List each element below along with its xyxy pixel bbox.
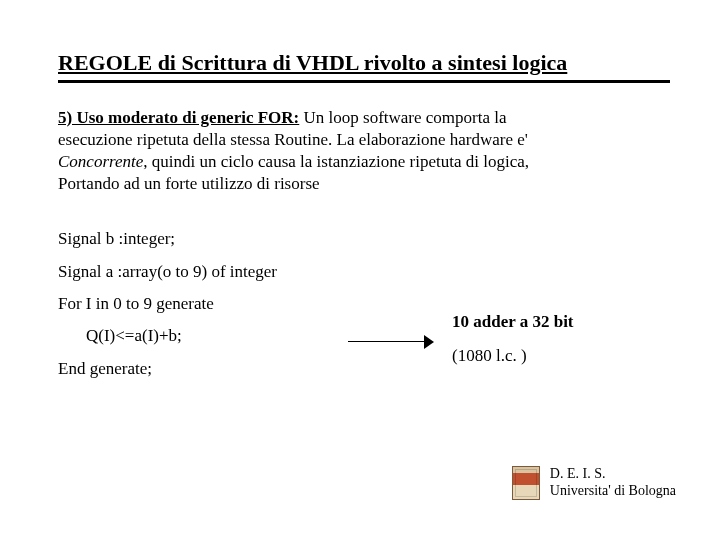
rule-heading: 5) Uso moderato di generic FOR: bbox=[58, 108, 299, 127]
university-crest-icon bbox=[512, 466, 540, 500]
footer: D. E. I. S. Universita' di Bologna bbox=[512, 466, 676, 500]
para-text-3: , quindi un ciclo causa la istanziazione… bbox=[143, 152, 529, 171]
slide-content: REGOLE di Scrittura di VHDL rivolto a si… bbox=[0, 0, 720, 385]
footer-line-1: D. E. I. S. bbox=[550, 466, 676, 483]
para-text-1: Un loop software comporta la bbox=[299, 108, 506, 127]
concorrente-word: Concorrente bbox=[58, 152, 143, 171]
code-line-3: For I in 0 to 9 generate bbox=[58, 288, 670, 320]
footer-text: D. E. I. S. Universita' di Bologna bbox=[550, 466, 676, 500]
code-block: Signal b :integer; Signal a :array(o to … bbox=[58, 223, 670, 384]
arrow-icon bbox=[348, 335, 434, 351]
result-column: 10 adder a 32 bit (1080 l.c. ) bbox=[452, 312, 574, 366]
slide-title: REGOLE di Scrittura di VHDL rivolto a si… bbox=[58, 50, 670, 83]
logic-cells-text: (1080 l.c. ) bbox=[452, 346, 574, 366]
main-paragraph: 5) Uso moderato di generic FOR: Un loop … bbox=[58, 107, 670, 195]
code-line-2: Signal a :array(o to 9) of integer bbox=[58, 256, 670, 288]
footer-line-2: Universita' di Bologna bbox=[550, 483, 676, 500]
code-line-5: End generate; bbox=[58, 353, 670, 385]
para-text-4: Portando ad un forte utilizzo di risorse bbox=[58, 174, 320, 193]
para-text-2: esecuzione ripetuta della stessa Routine… bbox=[58, 130, 528, 149]
code-line-1: Signal b :integer; bbox=[58, 223, 670, 255]
adders-text: 10 adder a 32 bit bbox=[452, 312, 574, 332]
